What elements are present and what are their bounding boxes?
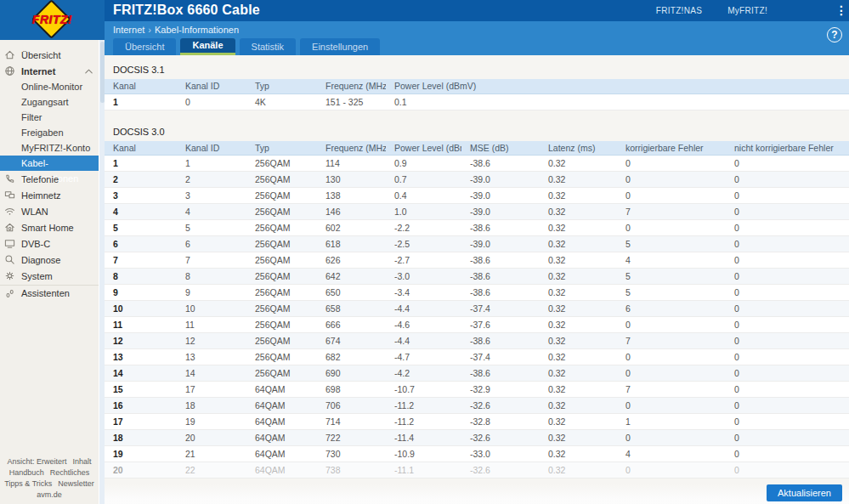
sidebar-item-diagnose[interactable]: Diagnose: [0, 252, 99, 268]
cell: 64QAM: [246, 462, 317, 479]
cell: -32.9: [461, 382, 540, 398]
bottom-fade: [105, 484, 849, 504]
column-header: MSE (dB): [461, 141, 540, 156]
sidebar-subitem-online-monitor[interactable]: Online-Monitor: [0, 79, 99, 94]
footer-link-tipps-tricks[interactable]: Tipps & Tricks: [4, 479, 52, 488]
sidebar-item-assistenten[interactable]: Assistenten: [0, 285, 99, 301]
cell: 5: [177, 220, 246, 236]
table-row: 66256QAM618-2.5-39.00.3250: [105, 236, 849, 252]
cell: 19: [177, 414, 246, 430]
table-row: 55256QAM602-2.2-38.60.3200: [105, 220, 849, 236]
cell: -4.2: [386, 365, 461, 382]
sidebar-item-label: DVB-C: [21, 239, 50, 249]
cell: -38.6: [461, 220, 540, 236]
cell: 7: [177, 252, 246, 269]
cell: 0: [617, 188, 726, 204]
sidebar-item-label: Smart Home: [21, 223, 74, 233]
sidebar-item-internet[interactable]: Internet: [0, 63, 99, 79]
footer-link-ansicht-erweitert[interactable]: Ansicht: Erweitert: [7, 457, 66, 466]
tab-bersicht[interactable]: Übersicht: [113, 38, 176, 55]
table-row: 171964QAM714-11.2-32.80.3210: [105, 414, 849, 430]
cell: -38.6: [461, 333, 540, 349]
chevron-up-icon[interactable]: [83, 66, 93, 76]
cell: 0.32: [540, 236, 617, 252]
footer-link-handbuch[interactable]: Handbuch: [9, 468, 44, 477]
cell: 0: [726, 188, 849, 204]
sidebar-item-smart-home[interactable]: Smart Home: [0, 219, 99, 235]
fritz-logo[interactable]: FRITZ!: [0, 0, 105, 40]
cell: 738: [317, 462, 386, 479]
cell: 64QAM: [246, 414, 317, 430]
tab-kan-le[interactable]: Kanäle: [180, 38, 235, 55]
cell: 0.32: [540, 156, 617, 172]
cell: 0.32: [540, 349, 617, 365]
cell: 9: [177, 285, 246, 301]
cell: -32.6: [461, 430, 540, 446]
table-row: 33256QAM1380.4-39.00.3200: [105, 188, 849, 204]
sidebar-subitem-myfritz-konto[interactable]: MyFRITZ!-Konto: [0, 140, 99, 156]
sidebar-item-system[interactable]: System: [0, 268, 99, 284]
cell: 0: [617, 398, 726, 414]
cell: 1: [105, 93, 177, 110]
top-bar: FRITZ!Box 6660 Cable FRITZ!NAS MyFRITZ! …: [105, 0, 849, 21]
sidebar-item-wlan[interactable]: WLAN: [0, 203, 99, 219]
section-title: DOCSIS 3.1: [105, 59, 849, 79]
cell: 650: [317, 285, 386, 301]
cell: 0.32: [540, 285, 617, 301]
footer-link-newsletter[interactable]: Newsletter: [58, 479, 94, 488]
cell: -38.6: [461, 269, 540, 285]
sidebar-item-dvb-c[interactable]: DVB-C: [0, 235, 99, 252]
sidebar-subitem-kabel-informationen[interactable]: Kabel-Informationen: [0, 156, 99, 171]
cell: 0.32: [540, 382, 617, 398]
footer-link-inhalt[interactable]: Inhalt: [73, 457, 92, 466]
cell: -4.6: [386, 317, 461, 333]
cell: -2.7: [386, 252, 461, 269]
cell: 0.32: [540, 398, 617, 414]
cell: 0: [726, 317, 849, 333]
sidebar-item-label: Telefonie: [21, 174, 59, 184]
scrollbar[interactable]: [99, 40, 105, 504]
cell: 0: [726, 333, 849, 349]
cell: 5: [617, 236, 726, 252]
fritzbox-ui: FRITZ! FRITZ!Box 6660 Cable FRITZ!NAS My…: [0, 0, 849, 504]
cell: 658: [317, 301, 386, 317]
sidebar-item-bersicht[interactable]: Übersicht: [0, 47, 99, 63]
footer-link-rechtliches[interactable]: Rechtliches: [50, 468, 90, 477]
column-header: korrigierbare Fehler: [617, 141, 726, 156]
cell: 11: [105, 317, 177, 333]
tab-statistik[interactable]: Statistik: [240, 38, 297, 55]
cell: 0.32: [540, 252, 617, 269]
cell: 64QAM: [246, 446, 317, 462]
sidebar-item-label: System: [21, 271, 53, 281]
myfritz-link[interactable]: MyFRITZ!: [727, 6, 767, 15]
column-header: Latenz (ms): [540, 141, 617, 156]
cell: 0: [726, 252, 849, 269]
kebab-menu-icon[interactable]: ⋮: [835, 3, 847, 18]
sidebar-subitem-zugangsart[interactable]: Zugangsart: [0, 94, 99, 110]
cell: 14: [177, 365, 246, 382]
cell: 15: [105, 382, 177, 398]
cell: 0: [726, 414, 849, 430]
cell: -37.6: [461, 317, 540, 333]
cell: -38.6: [461, 365, 540, 382]
cell: -10.9: [386, 446, 461, 462]
cell: 10: [177, 301, 246, 317]
refresh-button[interactable]: Aktualisieren: [767, 484, 842, 501]
sidebar-item-telefonie[interactable]: Telefonie: [0, 171, 99, 187]
cell: 9: [105, 285, 177, 301]
breadcrumb-internet[interactable]: Internet: [113, 25, 144, 35]
help-icon[interactable]: ?: [827, 27, 842, 42]
sidebar-subitem-freigaben[interactable]: Freigaben: [0, 125, 99, 140]
cell: -37.4: [461, 349, 540, 365]
sidebar-subitem-filter[interactable]: Filter: [0, 110, 99, 125]
tab-einstellungen[interactable]: Einstellungen: [300, 38, 380, 55]
cell: 0: [726, 204, 849, 220]
footer-link-avm-de[interactable]: avm.de: [37, 490, 62, 499]
cell: 0.32: [540, 204, 617, 220]
sidebar-item-heimnetz[interactable]: Heimnetz: [0, 187, 99, 203]
cell: 674: [317, 333, 386, 349]
cell: 0: [617, 349, 726, 365]
cell: 16: [105, 398, 177, 414]
fritznas-link[interactable]: FRITZ!NAS: [656, 6, 702, 15]
cell: 618: [317, 236, 386, 252]
